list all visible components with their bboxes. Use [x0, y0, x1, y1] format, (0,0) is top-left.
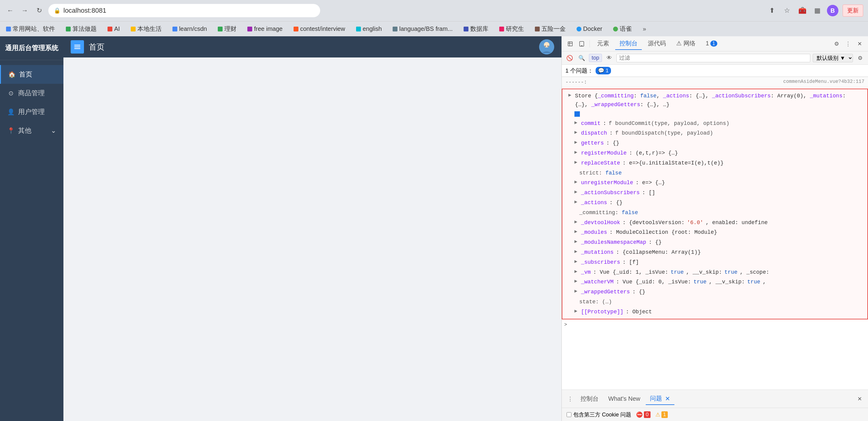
bottom-right: ✕: [851, 394, 868, 404]
bottom-tab-issues[interactable]: 问题 ✕: [646, 393, 674, 405]
sidebar-item-label: 首页: [19, 70, 32, 79]
bookmark-label: 数据库: [470, 25, 488, 33]
user-avatar[interactable]: [539, 39, 554, 54]
bookmark-item[interactable]: 算法做题: [63, 24, 99, 34]
bookmark-item[interactable]: 研究生: [497, 24, 526, 34]
tab-network[interactable]: ⚠ 网络: [672, 37, 700, 50]
inspect-element-button[interactable]: [565, 39, 575, 49]
sidebar-item-users[interactable]: 👤 用户管理: [0, 103, 63, 121]
users-icon: 👤: [7, 108, 14, 115]
svg-rect-8: [568, 42, 572, 46]
hamburger-button[interactable]: [71, 40, 84, 54]
expand-icon[interactable]: ▶: [575, 178, 578, 186]
console-line: ▶ unregisterModule: e=> {…}: [566, 178, 864, 188]
profile-avatar[interactable]: B: [827, 5, 838, 16]
issues-count-badge: 💬 1: [596, 67, 611, 75]
expand-icon[interactable]: ▶: [575, 149, 578, 157]
console-line: ▶ _mutations: {collapseMenu: Array(1)}: [566, 247, 864, 257]
expand-icon[interactable]: ▶: [575, 119, 578, 127]
bottom-tab-console[interactable]: 控制台: [576, 393, 603, 405]
bookmark-button[interactable]: ☆: [782, 5, 793, 16]
bookmark-item[interactable]: 语雀: [611, 24, 634, 34]
more-bookmarks-button[interactable]: »: [643, 25, 646, 32]
back-button[interactable]: ←: [5, 5, 16, 16]
sidebar-menu: 🏠 首页 ⊙ 商品管理 👤 用户管理 📍 其他 ⌄: [0, 60, 63, 421]
expand-icon[interactable]: ▶: [575, 238, 578, 246]
expand-icon[interactable]: ▶: [575, 248, 578, 256]
url-text: localhost:8081: [63, 7, 106, 15]
console-line: ▶ commit: f boundCommit(type, payload, o…: [566, 118, 864, 129]
bookmark-item[interactable]: contest/interview: [291, 24, 348, 34]
forward-button[interactable]: →: [19, 5, 30, 16]
console-line: _committing: false: [566, 208, 864, 218]
error-count-badge: 0: [644, 411, 650, 418]
settings-button[interactable]: ⚙: [832, 39, 841, 49]
console-content: commenAsideMenu.vue?4b32:117 ------: ▶ S…: [562, 77, 868, 390]
bookmark-item[interactable]: 理财: [215, 24, 239, 34]
sidebar-item-other[interactable]: 📍 其他 ⌄: [0, 121, 63, 140]
bookmark-item[interactable]: english: [354, 24, 384, 34]
bookmark-item[interactable]: 常用网站、软件: [4, 24, 57, 34]
bookmark-label: 语雀: [620, 25, 632, 33]
devtools-drag-handle[interactable]: ⋮: [565, 394, 575, 404]
console-filter-toggle[interactable]: 🔍: [577, 53, 587, 63]
close-bottom-panel-button[interactable]: ✕: [855, 394, 864, 404]
expand-icon[interactable]: ▶: [575, 189, 578, 196]
bookmark-item[interactable]: AI: [105, 24, 122, 34]
chevron-down-icon: ⌄: [51, 127, 56, 135]
expand-icon[interactable]: ▶: [575, 308, 578, 315]
device-toggle-button[interactable]: [577, 39, 587, 49]
extensions-button[interactable]: 🧰: [797, 5, 808, 16]
sidebar-item-home[interactable]: 🏠 首页: [0, 65, 63, 84]
log-level-select[interactable]: 默认级别 ▼: [813, 54, 853, 62]
expand-icon[interactable]: ▶: [575, 159, 578, 167]
tab-issues[interactable]: 1 1: [702, 38, 721, 49]
reload-button[interactable]: ↻: [34, 5, 45, 16]
tab-elements[interactable]: 元素: [593, 37, 613, 50]
expand-icon[interactable]: ▶: [575, 129, 578, 137]
issues-count-text: 1 个问题：: [565, 67, 593, 75]
console-line: ▶ [[Prototype]]: Object: [566, 307, 864, 317]
bookmark-item[interactable]: 五险一金: [532, 24, 568, 34]
share-button[interactable]: ⬆: [767, 5, 777, 16]
expand-icon[interactable]: ▶: [575, 288, 578, 296]
console-settings-button[interactable]: ⚙: [855, 53, 865, 63]
bookmarks-bar: 常用网站、软件 算法做题 AI 本地生活 learn/csdn 理财 free …: [0, 21, 868, 36]
expand-icon[interactable]: ▶: [575, 228, 578, 236]
console-line: ▶ _modulesNamespaceMap: {}: [566, 237, 864, 247]
bookmark-item[interactable]: 本地生活: [128, 24, 164, 34]
devtools-bottom-bar: ⋮ 控制台 What's New 问题 ✕ ✕: [562, 390, 868, 408]
third-party-checkbox-label[interactable]: 包含第三方 Cookie 问题: [566, 411, 631, 418]
bookmark-item[interactable]: 数据库: [461, 24, 491, 34]
tab-sources[interactable]: 源代码: [644, 37, 670, 50]
close-devtools-button[interactable]: ✕: [855, 39, 864, 49]
third-party-cookie-checkbox[interactable]: [566, 412, 571, 417]
separator-dashes: ------:: [565, 79, 587, 85]
update-button[interactable]: 更新: [843, 4, 863, 17]
address-bar[interactable]: 🔒 localhost:8081: [48, 4, 320, 17]
top-context-selector[interactable]: top: [589, 54, 602, 62]
more-options-button[interactable]: ⋮: [843, 39, 853, 49]
expand-icon[interactable]: ▶: [575, 218, 578, 226]
console-eye-button[interactable]: 👁: [604, 53, 614, 63]
expand-icon[interactable]: ▶: [575, 198, 578, 206]
bookmark-item[interactable]: Docker: [574, 24, 604, 34]
issues-tab-close[interactable]: ✕: [665, 395, 670, 402]
bottom-tab-whatsnew[interactable]: What's New: [604, 393, 645, 404]
expand-icon[interactable]: ▶: [575, 139, 578, 147]
bookmark-item[interactable]: learn/csdn: [170, 24, 209, 34]
sidebar-item-products[interactable]: ⊙ 商品管理: [0, 84, 63, 103]
console-clear-button[interactable]: 🚫: [565, 53, 575, 63]
sidebar-toggle-button[interactable]: ▦: [812, 5, 823, 16]
console-filter-input[interactable]: [616, 54, 810, 62]
console-prompt-icon: >: [564, 321, 567, 329]
expand-icon[interactable]: ▶: [575, 268, 578, 276]
sidebar-logo: 通用后台管理系统: [0, 36, 63, 60]
bookmark-item[interactable]: free image: [245, 24, 285, 34]
expand-icon[interactable]: ▶: [575, 258, 578, 266]
expand-icon[interactable]: ▶: [575, 278, 578, 285]
bookmark-item[interactable]: language/BS fram...: [390, 24, 455, 34]
expand-icon[interactable]: ▶: [568, 92, 571, 100]
tab-console[interactable]: 控制台: [615, 37, 642, 50]
console-input-line: >: [562, 320, 868, 330]
